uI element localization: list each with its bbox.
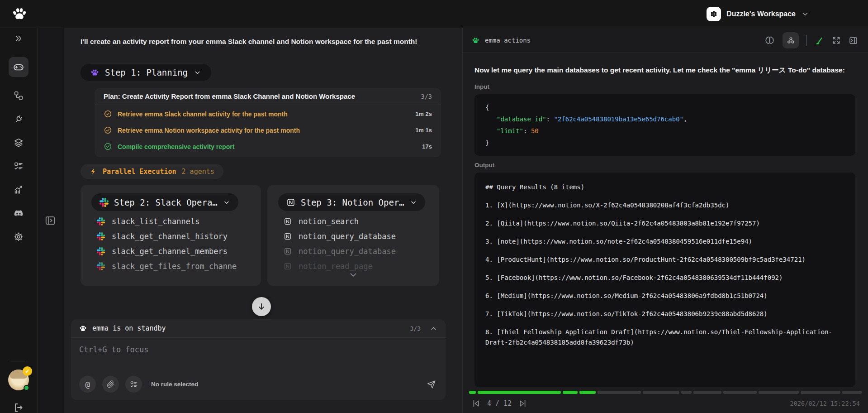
plan-item-label: Compile comprehensive activity report xyxy=(118,143,417,150)
check-circle-icon xyxy=(104,110,112,118)
progress-segment[interactable] xyxy=(681,391,692,394)
send-plane-icon xyxy=(427,379,436,389)
notion-icon xyxy=(284,262,292,270)
mention-button[interactable]: @ xyxy=(79,376,96,393)
actions-view-button[interactable] xyxy=(783,32,799,48)
step3-label: Step 3: Notion Oper… xyxy=(301,197,404,207)
standby-title: emma is on standby xyxy=(92,324,405,332)
plan-progress-count: 3/3 xyxy=(421,93,432,100)
output-line: 1. [X](https://www.notion.so/X-2f62c4a05… xyxy=(485,200,844,211)
page-indicator: 4 / 12 xyxy=(487,399,512,408)
chevron-down-icon xyxy=(801,10,809,18)
check-circle-icon xyxy=(104,142,112,151)
sidebar-expand-button[interactable] xyxy=(14,34,24,43)
progress-segment[interactable] xyxy=(842,391,862,394)
sidebar-item-workflows[interactable] xyxy=(14,91,24,101)
collapse-chevron-up-icon[interactable] xyxy=(430,325,437,332)
tool-call-label: slack_get_channel_members xyxy=(112,247,228,256)
sidebar-item-analytics[interactable] xyxy=(14,185,24,195)
annotate-button[interactable] xyxy=(815,36,824,45)
slack-icon xyxy=(97,247,105,255)
memory-brain-button[interactable] xyxy=(764,35,775,46)
standby-progress-count: 3/3 xyxy=(410,325,421,332)
tool-call-item[interactable]: slack_get_files_from_channe xyxy=(97,262,254,271)
step1-planning-pill[interactable]: Step 1: Planning xyxy=(81,64,211,81)
progress-segment[interactable] xyxy=(643,391,680,394)
check-circle-icon xyxy=(104,126,112,134)
plan-item: Compile comprehensive activity report 17… xyxy=(104,142,432,151)
output-line: 6. [Medium](https://www.notion.so/Medium… xyxy=(485,291,844,301)
user-avatar[interactable]: ✓ xyxy=(8,370,29,390)
skip-end-icon xyxy=(518,399,528,408)
tool-call-item[interactable]: notion_query_database xyxy=(284,247,432,256)
progress-segment[interactable] xyxy=(759,391,799,394)
actions-panel-header: emma actions xyxy=(463,28,868,53)
step2-pill[interactable]: Step 2: Slack Opera… xyxy=(91,193,238,211)
rules-button[interactable] xyxy=(125,376,142,393)
app-logo-paw-icon[interactable] xyxy=(12,6,27,22)
code-line: } xyxy=(485,137,844,149)
expand-panel-button[interactable] xyxy=(44,215,56,226)
skip-to-start-button[interactable] xyxy=(471,399,481,408)
notion-icon xyxy=(284,232,292,240)
step3-pill[interactable]: Step 3: Notion Oper… xyxy=(278,193,425,211)
tool-call-item[interactable]: slack_get_channel_members xyxy=(97,247,254,256)
progress-segment[interactable] xyxy=(693,391,721,394)
tool-call-item[interactable]: notion_query_database xyxy=(284,232,432,241)
send-button[interactable] xyxy=(427,379,436,389)
sidebar-divider xyxy=(9,361,28,361)
plan-item: Retrieve emma Slack channel activity for… xyxy=(104,110,432,118)
tool-call-item[interactable]: notion_read_page xyxy=(284,262,432,271)
expand-arrows-icon xyxy=(832,36,841,45)
progress-segment[interactable] xyxy=(563,391,578,394)
step-progress-bar[interactable] xyxy=(469,391,862,394)
output-line: 7. [TikTok](https://www.notion.so/TikTok… xyxy=(485,309,844,319)
gamepad-icon xyxy=(13,62,24,72)
sidebar-item-agents[interactable] xyxy=(9,57,28,77)
progress-segment[interactable] xyxy=(801,391,840,394)
code-line: "limit": 50 xyxy=(485,125,844,137)
output-section-label: Output xyxy=(474,162,855,168)
tool-call-item[interactable]: notion_search xyxy=(284,217,432,226)
sidebar-item-integrations[interactable] xyxy=(14,114,24,124)
output-line: 2. [Qiita](https://www.notion.so/Qiita-2… xyxy=(485,218,844,229)
lightning-bolt-icon xyxy=(90,168,97,175)
attach-file-button[interactable] xyxy=(102,376,119,393)
sidebar-item-settings[interactable] xyxy=(14,232,24,242)
slack-icon xyxy=(97,232,105,240)
plan-item-label: Retrieve emma Slack channel activity for… xyxy=(118,110,410,118)
progress-segment[interactable] xyxy=(478,391,561,394)
plan-title: Plan: Create Activity Report from emma S… xyxy=(104,92,355,100)
output-line: 3. [note](https://www.notion.so/note-2f6… xyxy=(485,236,844,247)
sidebar-item-discord[interactable] xyxy=(14,208,24,218)
panel-right-icon xyxy=(849,36,858,45)
fullscreen-button[interactable] xyxy=(832,36,841,45)
tool-call-item[interactable]: slack_get_channel_history xyxy=(97,232,254,241)
progress-segment[interactable] xyxy=(598,391,641,394)
message-input[interactable]: Ctrl+G to focus xyxy=(71,338,446,376)
card-scroll-chevron-icon[interactable] xyxy=(348,270,358,280)
parallel-execution-badge: Parallel Execution 2 agents xyxy=(81,164,223,179)
progress-segment[interactable] xyxy=(723,391,757,394)
close-panel-button[interactable] xyxy=(849,36,858,45)
plan-item-label: Retrieve emma Notion workspace activity … xyxy=(118,127,410,134)
tool-call-item[interactable]: slack_list_channels xyxy=(97,217,254,226)
progress-segment[interactable] xyxy=(469,391,476,394)
tool-call-label: notion_read_page xyxy=(299,262,373,271)
output-line: 4. [ProductHunt](https://www.notion.so/P… xyxy=(485,255,844,265)
logout-button[interactable] xyxy=(13,402,24,413)
skip-to-end-button[interactable] xyxy=(518,399,528,408)
scroll-to-bottom-button[interactable] xyxy=(252,297,271,316)
actions-panel-title: emma actions xyxy=(485,37,759,44)
code-line: { xyxy=(485,101,844,113)
chevron-down-icon xyxy=(223,199,230,206)
tool-call-label: notion_query_database xyxy=(299,232,396,241)
notion-icon xyxy=(284,247,292,255)
workspace-switcher[interactable]: Duzzle's Workspace xyxy=(707,7,809,21)
progress-segment[interactable] xyxy=(579,391,596,394)
output-line: 8. [Thiel Fellowship Application Draft](… xyxy=(485,327,844,348)
sidebar-item-layers[interactable] xyxy=(14,138,24,148)
sidebar-item-tasks[interactable] xyxy=(14,161,24,171)
arrow-down-icon xyxy=(257,302,266,311)
step2-slack-card: Step 2: Slack Opera… slack_list_channels… xyxy=(81,185,261,286)
